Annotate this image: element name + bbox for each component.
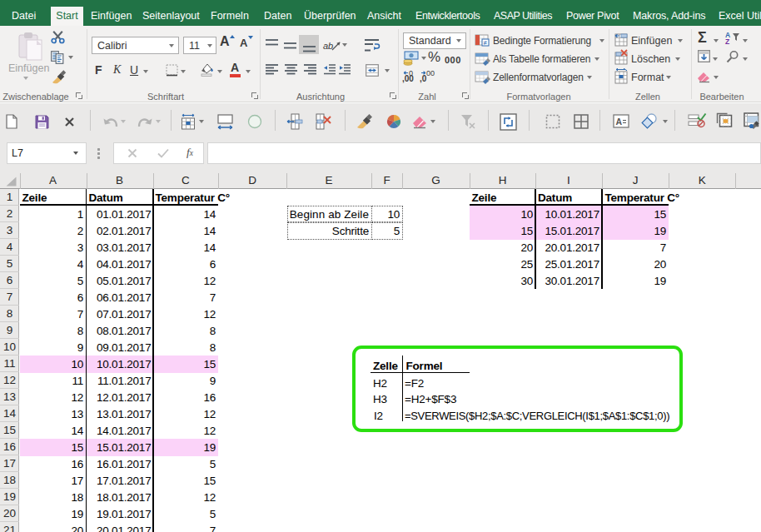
- svg-text:≠: ≠: [484, 39, 488, 47]
- svg-text:Z: Z: [725, 37, 729, 46]
- svg-text:A: A: [616, 117, 623, 127]
- svg-text:0: 0: [409, 69, 413, 77]
- svg-text:00: 00: [426, 69, 435, 77]
- svg-text:ab: ab: [323, 41, 333, 51]
